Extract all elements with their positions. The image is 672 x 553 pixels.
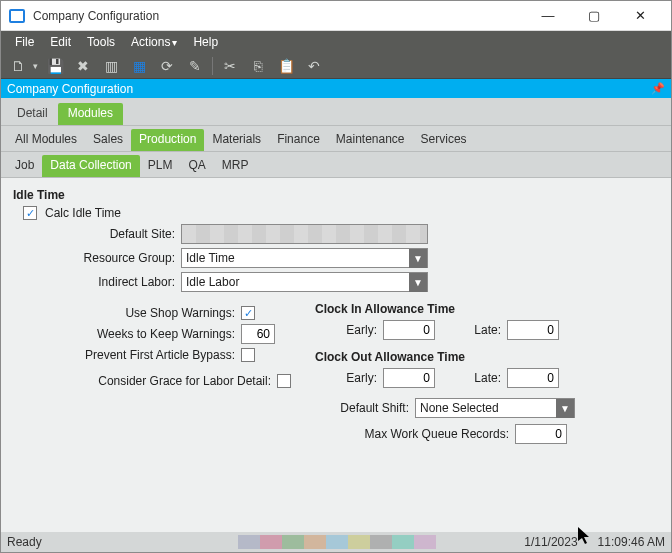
titlebar: Company Configuration — ▢ ✕	[1, 1, 671, 31]
menu-edit[interactable]: Edit	[44, 33, 77, 51]
weeks-keep-field[interactable]	[241, 324, 275, 344]
clock-in-late-field[interactable]	[507, 320, 559, 340]
tab-data-collection[interactable]: Data Collection	[42, 155, 139, 177]
maximize-button[interactable]: ▢	[571, 1, 617, 31]
consider-grace-checkbox[interactable]	[277, 374, 291, 388]
default-shift-combo[interactable]: None Selected ▼	[415, 398, 575, 418]
menu-tools[interactable]: Tools	[81, 33, 121, 51]
menu-help[interactable]: Help	[187, 33, 224, 51]
menu-file[interactable]: File	[9, 33, 40, 51]
tab-all-modules[interactable]: All Modules	[7, 129, 85, 151]
clear-icon[interactable]: ✎	[184, 55, 206, 77]
consider-grace-label: Consider Grace for Labor Detail:	[13, 374, 277, 388]
status-swatch	[282, 535, 304, 549]
resource-group-label: Resource Group:	[13, 251, 181, 265]
chevron-down-icon[interactable]: ▼	[409, 273, 427, 292]
close-button[interactable]: ✕	[617, 1, 663, 31]
clock-in-early-label: Early:	[335, 323, 377, 337]
paste-icon[interactable]: 📋	[275, 55, 297, 77]
calc-idle-time-checkbox[interactable]: ✓	[23, 206, 37, 220]
app-icon	[9, 9, 25, 23]
clock-in-title: Clock In Allowance Time	[315, 302, 659, 316]
tab-job[interactable]: Job	[7, 155, 42, 177]
resource-group-value: Idle Time	[182, 251, 409, 265]
prevent-first-article-label: Prevent First Article Bypass:	[13, 348, 241, 362]
refresh-icon[interactable]: ⟳	[156, 55, 178, 77]
toolbar-separator	[212, 57, 213, 75]
memo-icon[interactable]: ▦	[128, 55, 150, 77]
document-header: Company Configuration 📌	[1, 79, 671, 98]
new-icon[interactable]: 🗋	[7, 55, 29, 77]
clock-in-late-label: Late:	[459, 323, 501, 337]
default-shift-value: None Selected	[416, 401, 556, 415]
status-swatch	[392, 535, 414, 549]
tabrow-1: Detail Modules	[1, 98, 671, 126]
status-swatch	[348, 535, 370, 549]
clock-out-late-label: Late:	[459, 371, 501, 385]
tab-finance[interactable]: Finance	[269, 129, 328, 151]
delete-icon[interactable]: ✖	[72, 55, 94, 77]
clock-in-early-field[interactable]	[383, 320, 435, 340]
tab-materials[interactable]: Materials	[204, 129, 269, 151]
document-title: Company Configuration	[7, 82, 133, 96]
toolbar: 🗋▾ 💾 ✖ ▥ ▦ ⟳ ✎ ✂ ⎘ 📋 ↶	[1, 53, 671, 79]
clock-out-title: Clock Out Allowance Time	[315, 350, 659, 364]
default-site-field[interactable]	[181, 224, 428, 244]
status-swatch	[326, 535, 348, 549]
tab-modules[interactable]: Modules	[58, 103, 123, 125]
window-title: Company Configuration	[33, 9, 159, 23]
idle-time-section-title: Idle Time	[13, 188, 659, 202]
status-swatch	[304, 535, 326, 549]
cut-icon[interactable]: ✂	[219, 55, 241, 77]
default-shift-label: Default Shift:	[315, 401, 415, 415]
indirect-labor-label: Indirect Labor:	[13, 275, 181, 289]
tabrow-3: Job Data Collection PLM QA MRP	[1, 152, 671, 178]
tab-qa[interactable]: QA	[180, 155, 213, 177]
menu-actions[interactable]: Actions▾	[125, 33, 183, 51]
resource-group-combo[interactable]: Idle Time ▼	[181, 248, 428, 268]
max-queue-label: Max Work Queue Records:	[315, 427, 515, 441]
status-date: 1/11/2023	[524, 535, 577, 549]
status-ready: Ready	[7, 535, 42, 549]
pin-icon[interactable]: 📌	[651, 82, 665, 95]
status-swatch	[414, 535, 436, 549]
chevron-down-icon[interactable]: ▼	[556, 399, 574, 418]
tab-mrp[interactable]: MRP	[214, 155, 257, 177]
status-swatch	[370, 535, 392, 549]
clock-out-late-field[interactable]	[507, 368, 559, 388]
status-swatch	[238, 535, 260, 549]
weeks-keep-label: Weeks to Keep Warnings:	[13, 327, 241, 341]
content-area: Idle Time ✓ Calc Idle Time Default Site:…	[1, 178, 671, 532]
clock-out-early-field[interactable]	[383, 368, 435, 388]
tab-services[interactable]: Services	[413, 129, 475, 151]
minimize-button[interactable]: —	[525, 1, 571, 31]
tabrow-2: All Modules Sales Production Materials F…	[1, 126, 671, 152]
tab-detail[interactable]: Detail	[7, 103, 58, 125]
tab-plm[interactable]: PLM	[140, 155, 181, 177]
max-queue-field[interactable]	[515, 424, 567, 444]
statusbar: Ready 1/11/2023 11:09:46 AM	[1, 532, 671, 552]
status-swatches	[238, 535, 436, 549]
undo-icon[interactable]: ↶	[303, 55, 325, 77]
chevron-down-icon[interactable]: ▼	[409, 249, 427, 268]
indirect-labor-value: Idle Labor	[182, 275, 409, 289]
save-icon[interactable]: 💾	[44, 55, 66, 77]
tab-production[interactable]: Production	[131, 129, 204, 151]
use-shop-warnings-label: Use Shop Warnings:	[13, 306, 241, 320]
status-time: 11:09:46 AM	[598, 535, 665, 549]
indirect-labor-combo[interactable]: Idle Labor ▼	[181, 272, 428, 292]
book-icon[interactable]: ▥	[100, 55, 122, 77]
tab-sales[interactable]: Sales	[85, 129, 131, 151]
menubar: File Edit Tools Actions▾ Help	[1, 31, 671, 53]
default-site-label: Default Site:	[13, 227, 181, 241]
status-swatch	[260, 535, 282, 549]
tab-maintenance[interactable]: Maintenance	[328, 129, 413, 151]
prevent-first-article-checkbox[interactable]	[241, 348, 255, 362]
calc-idle-time-label: Calc Idle Time	[45, 206, 121, 220]
clock-out-early-label: Early:	[335, 371, 377, 385]
use-shop-warnings-checkbox[interactable]: ✓	[241, 306, 255, 320]
copy-icon[interactable]: ⎘	[247, 55, 269, 77]
